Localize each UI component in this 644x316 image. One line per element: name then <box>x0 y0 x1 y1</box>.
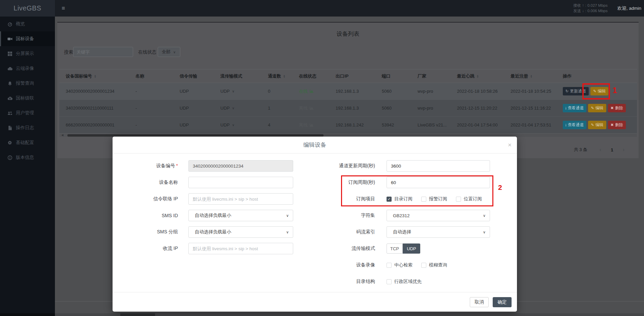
checkbox-label: 报警订阅 <box>429 196 447 202</box>
column-header-id[interactable]: 设备国标编号▲▼ <box>59 73 129 79</box>
column-header-signal: 信令传输 <box>173 73 214 79</box>
sidebar-toggle-button[interactable]: ≡ <box>57 0 69 17</box>
column-label: 通道数 <box>268 73 281 79</box>
checkbox[interactable] <box>456 197 461 202</box>
cancel-button[interactable]: 取消 <box>470 297 489 307</box>
checkbox[interactable] <box>421 197 426 202</box>
column-header-channels[interactable]: 通道数▲▼ <box>262 73 293 79</box>
form-row-subscribe-items-group: 订阅项目✓目录订阅报警订阅位置订阅 <box>315 193 503 205</box>
cell-stream[interactable]: UDP∨ <box>214 89 262 94</box>
checkbox-label: 行政区域优先 <box>394 279 422 285</box>
status-badge[interactable]: 离线 <box>299 122 314 128</box>
stream-recv-ip-field[interactable] <box>188 243 293 254</box>
form-row-subscribe-period-field: 订阅周期(秒) <box>315 177 503 188</box>
sidebar-item-7[interactable]: 用户管理 <box>0 106 55 120</box>
edit-button[interactable]: ✎编辑 <box>588 104 606 112</box>
center-search-checkbox[interactable]: 中心检索 <box>387 262 412 268</box>
catalog-subscribe-checkbox[interactable]: ✓目录订阅 <box>387 196 412 202</box>
field-label: 信令联络 IP <box>113 196 178 202</box>
toggle-option-udp[interactable]: UDP <box>403 243 420 254</box>
edit-button[interactable]: ✎编辑 <box>588 121 606 129</box>
bottom-scrollbar[interactable] <box>0 313 644 316</box>
chevron-down-icon[interactable]: ∨ <box>232 89 234 93</box>
sort-icon[interactable]: ▲▼ <box>94 75 96 78</box>
alarm-subscribe-checkbox[interactable]: 报警订阅 <box>421 196 447 202</box>
online-status-select[interactable]: 全部 ∨ <box>158 47 180 57</box>
chevron-down-icon[interactable]: ∨ <box>232 106 234 110</box>
next-page-icon[interactable]: › <box>618 147 629 153</box>
column-header-registered[interactable]: 最近注册▲▼ <box>504 73 556 79</box>
field-label: 订阅项目 <box>315 196 375 202</box>
status-badge[interactable]: 离线 <box>299 105 314 111</box>
sidebar-item-9[interactable]: 基础配置 <box>0 135 55 150</box>
cell-channels: 1 <box>262 106 293 111</box>
view-channels-button[interactable]: i查看通道 <box>563 104 586 112</box>
cell-signal: UDP <box>173 89 214 94</box>
column-header-port: 端口 <box>375 73 411 79</box>
cell-ip: 192.168.1.3 <box>329 89 375 94</box>
cell-vendor: wvp-pro <box>411 106 451 111</box>
device-id-field[interactable] <box>188 160 293 172</box>
checkbox[interactable] <box>387 263 392 268</box>
close-icon[interactable]: × <box>508 137 512 153</box>
sidebar-item-3[interactable]: 分屏展示 <box>0 46 55 61</box>
field-label: 设备名称 <box>113 179 178 185</box>
column-label: 最近注册 <box>511 73 528 79</box>
search-input[interactable] <box>73 47 133 57</box>
checkbox[interactable] <box>421 263 426 268</box>
scrollbar-thumb[interactable] <box>67 134 324 137</box>
cell-status: 在线 <box>293 88 329 94</box>
prev-page-icon[interactable]: ‹ <box>595 147 606 153</box>
sort-icon[interactable]: ▲▼ <box>477 75 479 78</box>
stream-index-select[interactable]: 自动选择∨ <box>387 226 490 238</box>
sidebar-item-8[interactable]: 操作日志 <box>0 120 55 135</box>
column-header-vendor: 厂家 <box>411 73 451 79</box>
sidebar-item-6[interactable]: 国标级联 <box>0 91 55 106</box>
checkbox[interactable]: ✓ <box>387 197 392 202</box>
column-header-heartbeat[interactable]: 最近心跳▲▼ <box>451 73 504 79</box>
sms-group-select[interactable]: 自动选择负载最小∨ <box>188 226 293 238</box>
cell-heartbeat: 2021-12-15 11:20:22 <box>451 106 504 111</box>
sidebar-item-5[interactable]: 报警查询 <box>0 76 55 91</box>
sidebar-item-10[interactable]: 版本信息 <box>0 150 55 165</box>
sidebar-item-1[interactable]: 概览 <box>0 17 55 31</box>
device-name-field[interactable] <box>188 177 293 188</box>
sort-icon[interactable]: ▲▼ <box>530 75 532 78</box>
subscribe-period-field <box>387 177 490 188</box>
cell-registered: 2021-12-15 11:16:22 <box>504 106 556 111</box>
sidebar-item-2[interactable]: 国标设备 <box>0 31 55 46</box>
cell-stream[interactable]: UDP∨ <box>214 106 262 111</box>
view-channels-button[interactable]: i查看通道 <box>563 121 586 129</box>
field-label: 码流索引 <box>315 229 375 235</box>
chevron-down-icon[interactable]: ∨ <box>232 123 234 127</box>
form-row-signal-contact-ip-field: 信令联络 IP <box>113 193 301 205</box>
signal-contact-ip-field[interactable] <box>188 193 293 205</box>
bottom-scrollbar-thumb[interactable] <box>120 313 155 316</box>
column-label: 厂家 <box>418 73 426 79</box>
charset-select[interactable]: GB2312∨ <box>387 210 490 221</box>
toggle-option-tcp[interactable]: TCP <box>387 243 403 254</box>
status-badge[interactable]: 在线 <box>299 88 314 94</box>
page-number[interactable]: 1 <box>606 147 618 152</box>
table-row: 66620000002000000001-UDPUDP∨4离线192.168.1… <box>59 117 637 134</box>
form-row-device-name-field: 设备名称 <box>113 177 301 188</box>
delete-button[interactable]: ✖删除 <box>608 121 626 129</box>
edit-button[interactable]: ✎编辑 <box>590 87 608 95</box>
cell-stream[interactable]: UDP∨ <box>214 122 262 127</box>
position-subscribe-checkbox[interactable]: 位置订阅 <box>456 196 482 202</box>
update-channels-button[interactable]: ↻更新通道 <box>563 87 589 95</box>
subscribe-period-field[interactable] <box>387 177 490 188</box>
sidebar-item-4[interactable]: 云端录像 <box>0 61 55 76</box>
users-icon <box>7 110 12 116</box>
channel-refresh-period-field[interactable] <box>387 160 490 172</box>
sort-icon[interactable]: ▲▼ <box>283 75 285 78</box>
admin-region-first-checkbox[interactable]: 行政区域优先 <box>387 279 422 285</box>
checkbox[interactable] <box>387 279 392 284</box>
fuzzy-query-checkbox[interactable]: 模糊查询 <box>421 262 447 268</box>
delete-button[interactable]: ✖删除 <box>608 104 626 112</box>
scroll-left-icon[interactable]: ◀ <box>61 134 63 137</box>
confirm-button[interactable]: 确定 <box>493 297 512 307</box>
edit-icon: ✎ <box>593 89 596 93</box>
sms-id-select[interactable]: 自动选择负载最小∨ <box>188 210 293 221</box>
modal-body: 设备编号*设备名称信令联络 IPSMS ID自动选择负载最小∨SMS 分组自动选… <box>113 153 517 292</box>
